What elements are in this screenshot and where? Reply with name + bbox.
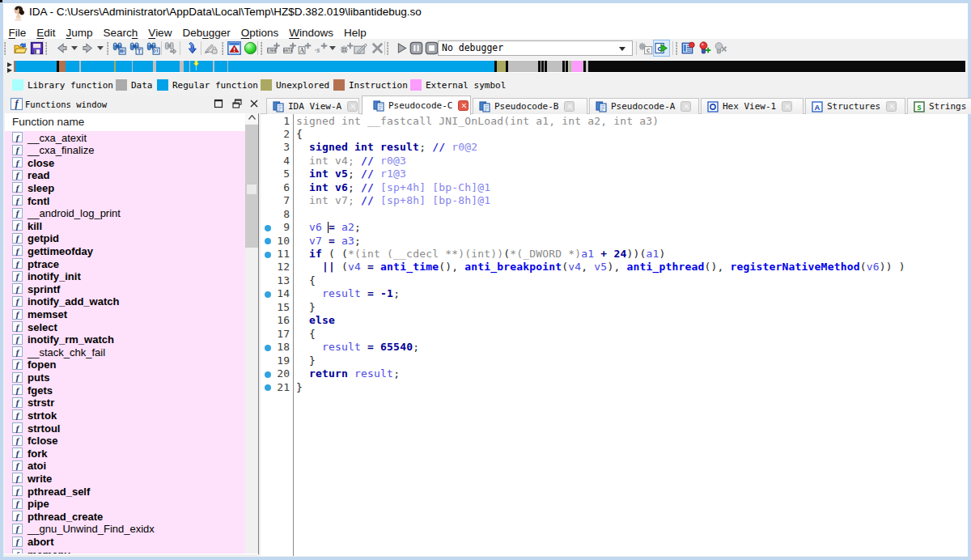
toolbar-handle[interactable] <box>676 42 678 55</box>
search-again-icon[interactable] <box>163 41 177 55</box>
menu-jump[interactable]: Jump <box>61 25 98 40</box>
function-list-item[interactable]: f inotify_add_watch <box>5 295 245 308</box>
functions-column-header[interactable]: Function name <box>5 113 258 131</box>
problems-window-icon[interactable] <box>227 41 241 55</box>
function-list-item[interactable]: f memset <box>5 308 245 321</box>
function-list-item[interactable]: f fopen <box>5 358 245 371</box>
functions-list[interactable]: f __cxa_atexit f __cxa_finalize f close … <box>5 131 245 554</box>
tab-close-icon[interactable] <box>886 101 897 112</box>
signature-lock-icon[interactable] <box>204 41 218 55</box>
menu-help[interactable]: Help <box>339 25 372 40</box>
menu-edit[interactable]: Edit <box>32 25 61 40</box>
code-line[interactable]: 13 { <box>261 274 968 287</box>
decompile-icon[interactable]: c <box>653 40 670 57</box>
edit-function-icon[interactable] <box>354 41 367 55</box>
debugger-selector[interactable]: No debugger <box>438 40 633 56</box>
function-list-item[interactable]: f strtok <box>5 409 245 422</box>
delete-breakpoint-icon[interactable] <box>714 41 727 55</box>
panel-close-button[interactable] <box>248 98 260 109</box>
code-line[interactable]: 10 v7 = a3; <box>261 235 968 248</box>
make-data-icon[interactable]: DATA <box>283 41 297 55</box>
breakpoint-list-icon[interactable] <box>681 41 695 55</box>
code-line[interactable]: 1 signed int __fastcall JNI_OnLoad(int a… <box>261 115 968 128</box>
code-line[interactable]: 7 int v7; // [sp+8h] [bp-8h]@1 <box>261 194 968 207</box>
code-line[interactable]: 5 int v5; // r1@3 <box>261 168 968 180</box>
menu-debugger[interactable]: Debugger <box>177 25 235 40</box>
toolbar-handle[interactable] <box>4 42 6 55</box>
tab-close-icon[interactable] <box>681 101 691 112</box>
code-line[interactable]: 4 int v4; // r0@3 <box>261 155 968 168</box>
panel-float-button[interactable] <box>231 98 243 109</box>
tab-strings[interactable]: s Strings <box>907 98 971 114</box>
forward-icon[interactable] <box>81 41 95 55</box>
scrollbar-thumb[interactable] <box>247 185 257 194</box>
code-line[interactable]: 21 } <box>261 381 968 394</box>
function-list-item[interactable]: f __gnu_Unwind_Find_exidx <box>5 523 245 536</box>
search-text-icon[interactable] <box>129 41 143 55</box>
make-string-icon[interactable]: A <box>298 41 312 55</box>
make-name-dropdown-icon[interactable] <box>329 46 336 50</box>
menu-file[interactable]: File <box>3 25 32 40</box>
code-line[interactable]: 20 return result; <box>261 367 968 380</box>
function-list-item[interactable]: f fclose <box>5 435 245 448</box>
code-line[interactable]: 18 result = 65540; <box>261 341 968 354</box>
tab-ida-view-a[interactable]: IDA View-A <box>266 98 359 114</box>
tab-close-icon[interactable] <box>564 101 575 112</box>
tab-close-icon[interactable] <box>782 101 792 112</box>
function-list-item[interactable]: f fgets <box>5 384 245 397</box>
open-file-icon[interactable] <box>14 41 28 55</box>
function-list-item[interactable]: f __android_log_print <box>5 207 245 220</box>
code-line[interactable]: 15 } <box>261 301 968 314</box>
function-list-item[interactable]: f read <box>5 169 245 182</box>
produce-c-file-icon[interactable]: c <box>639 41 653 55</box>
menu-windows[interactable]: Windows <box>284 25 339 40</box>
functions-scrollbar[interactable] <box>245 113 258 554</box>
function-list-item[interactable]: f pthread_create <box>5 510 245 523</box>
function-list-item[interactable]: f pthread_self <box>5 485 245 498</box>
stop-debugger-icon[interactable] <box>425 41 439 55</box>
start-debugger-icon[interactable] <box>395 41 409 55</box>
function-list-item[interactable]: f fork <box>5 447 245 460</box>
code-line[interactable]: 3 signed int result; // r0@2 <box>261 141 968 154</box>
jump-address-icon[interactable] <box>184 41 197 55</box>
function-list-item[interactable]: f abort <box>5 536 245 549</box>
back-dropdown-icon[interactable] <box>71 46 78 50</box>
function-list-item[interactable]: f strstr <box>5 397 245 409</box>
function-list-item[interactable]: f getpid <box>5 232 245 245</box>
code-line[interactable]: 17 { <box>261 328 968 341</box>
toolbar-handle[interactable] <box>222 42 224 55</box>
code-line[interactable]: 6 int v6; // [sp+4h] [bp-Ch]@1 <box>261 181 968 194</box>
menu-search[interactable]: Search <box>98 25 143 40</box>
code-line[interactable]: 2 { <box>261 128 968 141</box>
function-list-item[interactable]: f gettimeofday <box>5 244 245 257</box>
function-list-item[interactable]: f kill <box>5 219 245 232</box>
toolbar-handle[interactable] <box>387 42 389 55</box>
code-line[interactable]: 14 result = -1; <box>261 287 968 300</box>
function-list-item[interactable]: f inotify_init <box>5 270 245 283</box>
tab-hex-view-1[interactable]: Hex View-1 <box>701 98 804 114</box>
scrollbar-up-arrow[interactable] <box>245 113 258 124</box>
function-list-item[interactable]: f select <box>5 320 245 333</box>
menu-view[interactable]: View <box>143 25 177 40</box>
search-sequence-icon[interactable] <box>146 41 160 55</box>
make-star-icon[interactable] <box>340 41 354 55</box>
function-list-item[interactable]: f pipe <box>5 498 245 511</box>
function-list-item[interactable]: f __cxa_atexit <box>5 131 245 144</box>
code-line[interactable]: 11 if ( (*(int (__cdecl **)(int))(*(_DWO… <box>261 248 968 261</box>
scrollbar-track[interactable] <box>245 125 258 248</box>
function-list-item[interactable]: f __stack_chk_fail <box>5 346 245 358</box>
function-list-item[interactable]: f __cxa_finalize <box>5 144 245 157</box>
function-list-item[interactable]: f strtoul <box>5 422 245 435</box>
undefine-icon[interactable] <box>371 41 384 55</box>
code-line[interactable]: 9 v6 = a2; <box>261 221 968 234</box>
functions-window-titlebar[interactable]: f Functions window <box>4 95 259 112</box>
add-breakpoint-icon[interactable] <box>698 41 711 55</box>
tab-structures[interactable]: A Structures <box>805 98 905 114</box>
function-list-item[interactable]: f sprintf <box>5 282 245 295</box>
tab-pseudocode-b[interactable]: Pseudocode-B <box>473 98 587 114</box>
make-name-icon[interactable]: s <box>314 41 328 55</box>
tab-close-icon[interactable] <box>347 101 358 112</box>
function-list-item[interactable]: f fcntl <box>5 194 245 207</box>
code-line[interactable]: 8 <box>261 208 968 221</box>
menu-options[interactable]: Options <box>235 25 284 40</box>
